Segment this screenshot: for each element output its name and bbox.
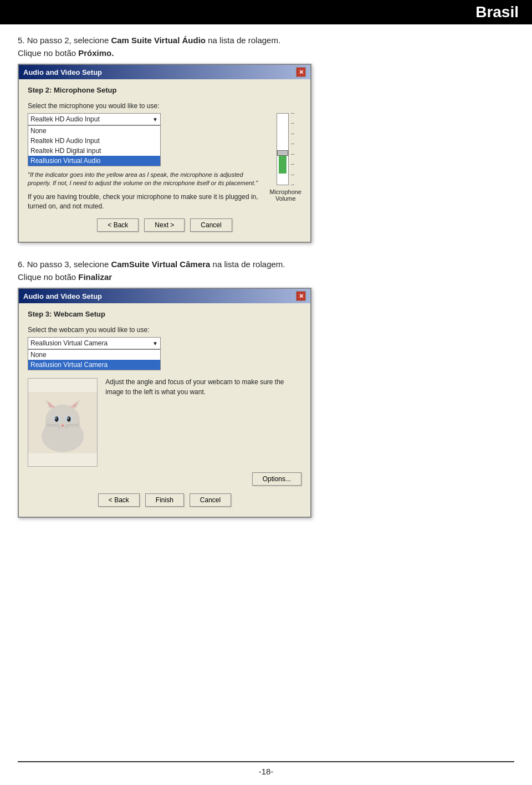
tick <box>291 175 294 175</box>
svg-point-11 <box>55 417 57 419</box>
webcam-preview <box>28 378 98 467</box>
volume-slider-thumb[interactable] <box>277 150 288 156</box>
dialog1-note: "If the indicator goes into the yellow a… <box>28 171 263 188</box>
dropdown-arrow-icon: ▼ <box>152 340 158 346</box>
list-item[interactable]: Realtek HD Audio Input <box>28 136 160 146</box>
slider-container <box>277 113 294 185</box>
options-button[interactable]: Options... <box>252 472 301 486</box>
slider-ticks <box>291 113 294 185</box>
dialog2-label: Select the webcam you would like to use: <box>28 326 301 334</box>
tick <box>291 164 294 165</box>
header-bar: Brasil <box>0 0 532 24</box>
volume-slider-track <box>277 113 289 185</box>
mic-area: Realtek HD Audio Input ▼ None Realtek HD… <box>28 113 301 211</box>
dialog1-dropdown-list: None Realtek HD Audio Input Realtek HD D… <box>28 125 161 166</box>
microphone-volume-area: Microphone Volume <box>270 113 301 211</box>
list-item[interactable]: Realtek HD Digital input <box>28 146 160 156</box>
dialog1-body: Step 2: Microphone Setup Select the micr… <box>19 79 310 242</box>
mic-left: Realtek HD Audio Input ▼ None Realtek HD… <box>28 113 263 211</box>
volume-level-green <box>279 154 287 174</box>
svg-point-9 <box>55 416 59 422</box>
footer-area: -18- <box>0 761 532 785</box>
page-number: -18- <box>18 767 514 776</box>
microphone-volume-label: Microphone Volume <box>270 188 301 202</box>
tick <box>291 154 294 155</box>
dialog2-titlebar: Audio and Video Setup ✕ <box>19 289 310 303</box>
dialog1-cancel-button[interactable]: Cancel <box>190 218 232 232</box>
list-item[interactable]: None <box>28 126 160 136</box>
dialog2-back-button[interactable]: < Back <box>98 493 140 507</box>
dialog1-window: Audio and Video Setup ✕ Step 2: Micropho… <box>18 64 311 243</box>
header-title: Brasil <box>475 3 519 21</box>
webcam-content-row: Adjust the angle and focus of your webca… <box>28 375 301 467</box>
dialog1-close-btn[interactable]: ✕ <box>296 67 306 77</box>
tick <box>291 185 294 185</box>
dialog1-title: Audio and Video Setup <box>23 68 102 77</box>
tick <box>291 134 294 134</box>
dialog1-back-button[interactable]: < Back <box>97 218 139 232</box>
dialog2-step-title: Step 3: Webcam Setup <box>28 310 301 318</box>
options-area: Options... <box>28 472 301 486</box>
footer-separator <box>18 761 514 762</box>
step6-text: 6. No passo 3, selecione CamSuite Virtua… <box>18 258 514 283</box>
svg-point-12 <box>67 417 69 419</box>
tick <box>291 113 294 114</box>
dialog1-dropdown[interactable]: Realtek HD Audio Input ▼ <box>28 113 161 125</box>
dialog1-buttons: < Back Next > Cancel <box>28 218 301 235</box>
dialog2-title: Audio and Video Setup <box>23 292 102 300</box>
svg-point-2 <box>45 405 80 437</box>
tick <box>291 144 294 144</box>
dialog2-cancel-button[interactable]: Cancel <box>190 493 231 507</box>
list-item-selected[interactable]: Reallusion Virtual Audio <box>28 156 160 166</box>
dialog2-finish-button[interactable]: Finish <box>145 493 184 507</box>
dialog2-body: Step 3: Webcam Setup Select the webcam y… <box>19 303 310 517</box>
dialog2-window: Audio and Video Setup ✕ Step 3: Webcam S… <box>18 288 311 518</box>
tick <box>291 123 294 124</box>
step5-text: 5. No passo 2, selecione Cam Suite Virtu… <box>18 34 514 59</box>
dialog2-close-btn[interactable]: ✕ <box>296 291 306 301</box>
dialog1-label: Select the microphone you would like to … <box>28 102 301 110</box>
cat-preview-svg <box>28 392 97 453</box>
list-item[interactable]: None <box>28 350 160 360</box>
dialog1-step-title: Step 2: Microphone Setup <box>28 86 301 94</box>
dropdown-arrow-icon: ▼ <box>152 116 158 123</box>
svg-point-10 <box>67 416 71 422</box>
list-item-selected[interactable]: Reallusion Virtual Camera <box>28 360 160 370</box>
dialog2-dropdown-list: None Reallusion Virtual Camera <box>28 349 161 370</box>
dialog1-titlebar: Audio and Video Setup ✕ <box>19 65 310 79</box>
dialog2-dropdown[interactable]: Reallusion Virtual Camera ▼ <box>28 337 161 349</box>
dialog1-next-button[interactable]: Next > <box>144 218 185 232</box>
webcam-right-text: Adjust the angle and focus of your webca… <box>105 375 301 467</box>
dialog2-buttons: < Back Finish Cancel <box>28 493 301 510</box>
dialog1-trouble: If you are having trouble, check your mi… <box>28 192 263 211</box>
